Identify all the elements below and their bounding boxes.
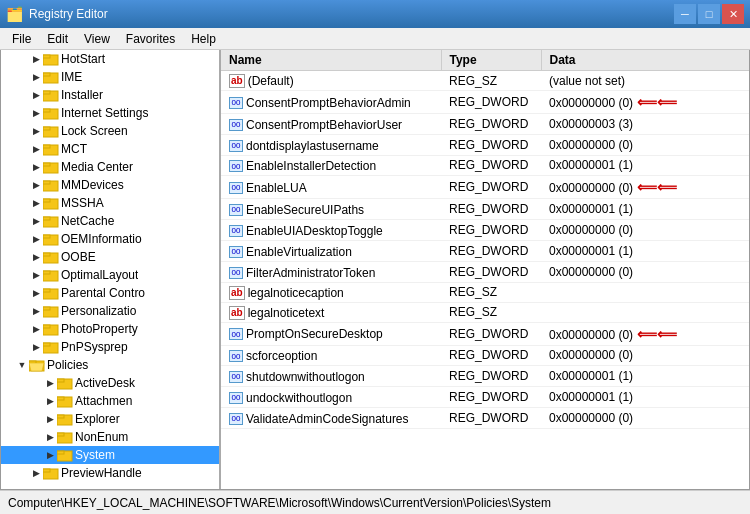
tree-item[interactable]: ▶HotStart [1,50,219,68]
tree-expand-btn[interactable]: ▶ [29,214,43,228]
table-row[interactable]: 00 FilterAdministratorTokenREG_DWORD0x00… [221,261,749,282]
tree-item[interactable]: ▶PnPSysprep [1,338,219,356]
registry-name: legalnoticetext [248,306,325,320]
cell-data: 0x00000000 (0) [541,220,749,241]
tree-item[interactable]: ▶OOBE [1,248,219,266]
table-row[interactable]: ab legalnoticecaptionREG_SZ [221,282,749,302]
tree-item[interactable]: ▶Lock Screen [1,122,219,140]
registry-name: (Default) [248,74,294,88]
reg-dword-icon: 00 EnableLUA [229,181,307,195]
tree-item[interactable]: ▶PhotoProperty [1,320,219,338]
tree-item[interactable]: ▼Policies [1,356,219,374]
table-row[interactable]: 00 dontdisplaylastusernameREG_DWORD0x000… [221,134,749,155]
tree-expand-btn[interactable]: ▶ [29,340,43,354]
tree-expand-btn[interactable]: ▶ [43,376,57,390]
table-row[interactable]: 00 EnableVirtualizationREG_DWORD0x000000… [221,240,749,261]
col-type[interactable]: Type [441,50,541,71]
minimize-button[interactable]: ─ [674,4,696,24]
tree-expand-btn[interactable]: ▶ [29,304,43,318]
tree-expand-btn[interactable]: ▶ [43,430,57,444]
table-row[interactable]: 00 EnableSecureUIPathsREG_DWORD0x0000000… [221,199,749,220]
tree-expand-btn[interactable]: ▶ [29,88,43,102]
table-row[interactable]: 00 shutdownwithoutlogonREG_DWORD0x000000… [221,366,749,387]
tree-item[interactable]: ▶Parental Contro [1,284,219,302]
tree-expand-btn[interactable]: ▶ [29,232,43,246]
tree-expand-btn[interactable]: ▶ [29,160,43,174]
values-pane[interactable]: Name Type Data ab (Default)REG_SZ(value … [221,50,749,489]
cell-name: 00 EnableUIADesktopToggle [221,220,441,241]
tree-item[interactable]: ▶MSSHA [1,194,219,212]
tree-expand-btn[interactable]: ▼ [15,358,29,372]
tree-item[interactable]: ▶System [1,446,219,464]
tree-expand-btn[interactable]: ▶ [43,412,57,426]
registry-name: ValidateAdminCodeSignatures [246,412,409,426]
table-row[interactable]: 00 ConsentPromptBehaviorUserREG_DWORD0x0… [221,114,749,135]
table-row[interactable]: 00 undockwithoutlogonREG_DWORD0x00000001… [221,387,749,408]
svg-rect-21 [43,235,50,238]
col-data[interactable]: Data [541,50,749,71]
tree-item[interactable]: ▶IME [1,68,219,86]
table-row[interactable]: ab legalnoticetextREG_SZ [221,302,749,322]
tree-expand-btn[interactable]: ▶ [29,52,43,66]
tree-item[interactable]: ▶Media Center [1,158,219,176]
folder-icon [29,358,45,372]
tree-expand-btn[interactable]: ▶ [29,286,43,300]
svg-rect-7 [43,109,50,112]
tree-expand-btn[interactable]: ▶ [29,70,43,84]
table-row[interactable]: 00 EnableLUAREG_DWORD0x00000000 (0) ⟸⟸ [221,176,749,199]
tree-item[interactable]: ▶Explorer [1,410,219,428]
reg-dword-icon: 00 ConsentPromptBehaviorUser [229,118,402,132]
tree-expand-btn[interactable]: ▶ [29,106,43,120]
tree-expand-btn[interactable]: ▶ [43,448,57,462]
cell-name: 00 shutdownwithoutlogon [221,366,441,387]
table-row[interactable]: 00 ConsentPromptBehaviorAdminREG_DWORD0x… [221,91,749,114]
tree-item[interactable]: ▶OEMInformatio [1,230,219,248]
tree-item[interactable]: ▶Installer [1,86,219,104]
tree-item-label: Parental Contro [61,286,145,300]
maximize-button[interactable]: □ [698,4,720,24]
tree-item[interactable]: ▶ActiveDesk [1,374,219,392]
registry-name: ConsentPromptBehaviorAdmin [246,96,411,110]
tree-item[interactable]: ▶Internet Settings [1,104,219,122]
table-row[interactable]: 00 EnableUIADesktopToggleREG_DWORD0x0000… [221,220,749,241]
close-button[interactable]: ✕ [722,4,744,24]
tree-item[interactable]: ▶NonEnum [1,428,219,446]
cell-type: REG_DWORD [441,220,541,241]
tree-expand-btn[interactable]: ▶ [29,142,43,156]
menu-file[interactable]: File [4,30,39,48]
menu-edit[interactable]: Edit [39,30,76,48]
menu-view[interactable]: View [76,30,118,48]
tree-item[interactable]: ▶PreviewHandle [1,464,219,482]
tree-expand-btn[interactable]: ▶ [29,196,43,210]
tree-expand-btn[interactable]: ▶ [43,394,57,408]
tree-pane: ▶HotStart▶IME▶Installer▶Internet Setting… [1,50,221,489]
tree-content[interactable]: ▶HotStart▶IME▶Installer▶Internet Setting… [1,50,219,489]
table-row[interactable]: 00 PromptOnSecureDesktopREG_DWORD0x00000… [221,322,749,345]
tree-item[interactable]: ▶Personalizatio [1,302,219,320]
tree-item[interactable]: ▶Attachmen [1,392,219,410]
menu-help[interactable]: Help [183,30,224,48]
tree-expand-btn[interactable]: ▶ [29,322,43,336]
tree-item[interactable]: ▶OptimalLayout [1,266,219,284]
reg-sz-icon: ab legalnoticecaption [229,286,344,300]
svg-rect-15 [43,181,50,184]
tree-item-label: IME [61,70,82,84]
tree-expand-btn[interactable]: ▶ [29,178,43,192]
cell-type: REG_DWORD [441,199,541,220]
table-row[interactable]: 00 ValidateAdminCodeSignaturesREG_DWORD0… [221,407,749,428]
col-name[interactable]: Name [221,50,441,71]
tree-expand-btn[interactable]: ▶ [29,466,43,480]
tree-item[interactable]: ▶MCT [1,140,219,158]
tree-expand-btn[interactable]: ▶ [29,268,43,282]
tree-item[interactable]: ▶NetCache [1,212,219,230]
tree-expand-btn[interactable]: ▶ [29,250,43,264]
table-row[interactable]: 00 EnableInstallerDetectionREG_DWORD0x00… [221,155,749,176]
menu-favorites[interactable]: Favorites [118,30,183,48]
tree-expand-btn[interactable]: ▶ [29,124,43,138]
table-row[interactable]: ab (Default)REG_SZ(value not set) [221,71,749,91]
cell-data: 0x00000001 (1) [541,199,749,220]
tree-item[interactable]: ▶MMDevices [1,176,219,194]
table-row[interactable]: 00 scforceoptionREG_DWORD0x00000000 (0) [221,345,749,366]
folder-icon [43,466,59,480]
cell-data [541,282,749,302]
